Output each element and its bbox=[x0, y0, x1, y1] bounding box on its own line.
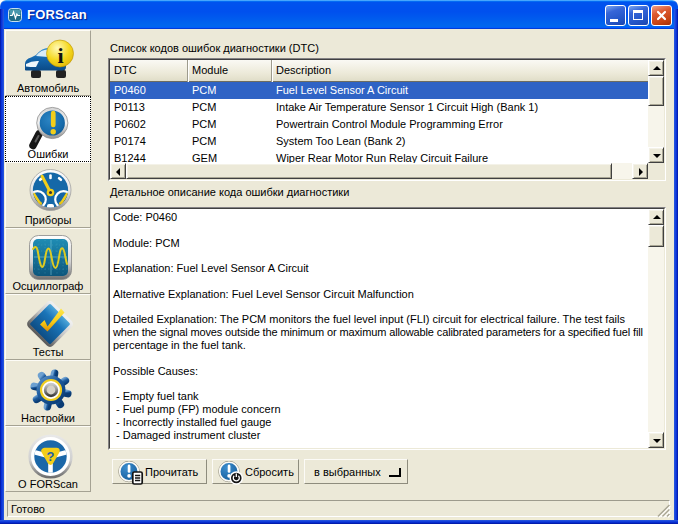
svg-text:?: ? bbox=[47, 449, 55, 464]
svg-text:i: i bbox=[57, 43, 63, 68]
